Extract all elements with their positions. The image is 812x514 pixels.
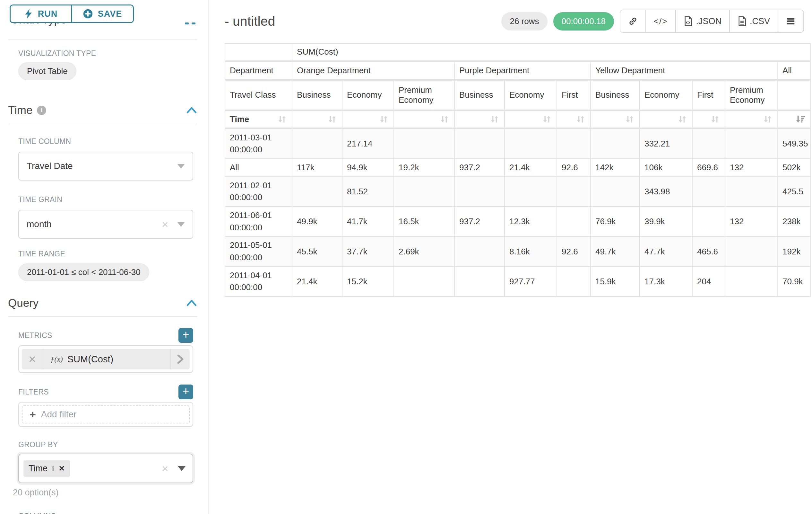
- link-icon: [628, 17, 638, 26]
- add-metric-button[interactable]: +: [178, 328, 193, 343]
- sort-icon[interactable]: [710, 114, 720, 124]
- query-section-title: Query: [8, 297, 38, 309]
- time-grain-select[interactable]: month ×: [18, 210, 193, 239]
- sort-icon[interactable]: [327, 114, 337, 124]
- time-range-label: TIME RANGE: [18, 250, 193, 258]
- sort-column[interactable]: [504, 110, 557, 128]
- class-header: Business: [590, 80, 640, 110]
- clear-icon[interactable]: ×: [162, 219, 168, 230]
- add-filter-plus-button[interactable]: +: [178, 384, 193, 399]
- chevron-right-icon[interactable]: [170, 349, 190, 370]
- table-row: 2011-05-0100:00:00 45.5k 37.7k 2.69k 8.1…: [225, 237, 810, 266]
- class-header: First: [692, 80, 725, 110]
- more-options-button[interactable]: [778, 10, 803, 32]
- sort-icon[interactable]: [542, 114, 552, 124]
- chart-title[interactable]: - untitled: [225, 14, 275, 29]
- pivot-cell: [455, 177, 504, 207]
- visualization-type-pill[interactable]: Pivot Table: [18, 62, 77, 80]
- sort-icon[interactable]: [762, 114, 773, 124]
- sort-descending-icon[interactable]: [795, 114, 806, 124]
- time-sort-header[interactable]: Time: [225, 110, 292, 128]
- pivot-cell: 343.98: [640, 177, 692, 207]
- run-button[interactable]: RUN: [10, 4, 72, 23]
- sort-column[interactable]: [557, 110, 590, 128]
- travel-class-dim-label: Travel Class: [225, 80, 292, 110]
- sort-icon[interactable]: [277, 114, 287, 124]
- pivot-cell: 669.6: [692, 159, 725, 177]
- pivot-cell: 39.9k: [640, 207, 692, 237]
- sort-column[interactable]: [640, 110, 692, 128]
- sort-column[interactable]: [725, 110, 778, 128]
- plus-icon: +: [30, 409, 36, 420]
- class-header: Economy: [342, 80, 394, 110]
- sort-icon[interactable]: [379, 114, 389, 124]
- corner-cell: [225, 44, 292, 61]
- chevron-up-icon[interactable]: [186, 299, 197, 307]
- clear-icon[interactable]: ×: [162, 463, 168, 474]
- metric-header: SUM(Cost): [292, 44, 810, 61]
- caret-down-icon[interactable]: [177, 222, 185, 227]
- save-button-label: SAVE: [98, 9, 122, 19]
- sort-icon[interactable]: [677, 114, 688, 124]
- time-column-select[interactable]: Travel Date: [18, 152, 193, 181]
- class-header: Business: [292, 80, 342, 110]
- pivot-cell: 41.7k: [342, 207, 394, 237]
- sort-column[interactable]: [590, 110, 640, 128]
- sort-icon[interactable]: [625, 114, 635, 124]
- save-button[interactable]: SAVE: [71, 4, 134, 23]
- share-link-button[interactable]: [620, 10, 645, 32]
- view-query-button[interactable]: </>: [645, 10, 675, 32]
- sort-column[interactable]: [394, 110, 455, 128]
- divider: [8, 39, 197, 40]
- add-filter-label: Add filter: [41, 409, 77, 420]
- sort-column[interactable]: [692, 110, 725, 128]
- group-by-select[interactable]: Time i ✕ ×: [18, 454, 193, 483]
- metric-pill[interactable]: ✕ ƒ(x) SUM(Cost): [22, 349, 190, 370]
- pivot-cell: 142k: [590, 159, 640, 177]
- metrics-box: ✕ ƒ(x) SUM(Cost): [18, 345, 193, 373]
- sort-column[interactable]: [455, 110, 504, 128]
- pivot-cell: 927.77: [504, 267, 557, 297]
- table-row: All 117k 94.9k 19.2k 937.2 21.4k 92.6 14…: [225, 159, 810, 177]
- sort-icon[interactable]: [576, 114, 586, 124]
- clipped-icon: [185, 23, 189, 24]
- sidebar-top: Chart Type RUN SAVE: [0, 0, 208, 39]
- caret-down-icon[interactable]: [177, 164, 185, 169]
- sort-column[interactable]: [342, 110, 394, 128]
- pivot-cell: 937.2: [455, 159, 504, 177]
- divider: [8, 124, 197, 124]
- pivot-cell: [557, 267, 590, 297]
- pivot-cell: [692, 128, 725, 159]
- pivot-cell: [455, 237, 504, 266]
- pivot-cell: 76.9k: [590, 207, 640, 237]
- pivot-cell: 94.9k: [342, 159, 394, 177]
- fx-icon: ƒ(x): [50, 355, 63, 364]
- pivot-cell: [590, 177, 640, 207]
- export-csv-button[interactable]: .CSV: [729, 10, 778, 32]
- pivot-cell: 132: [725, 207, 778, 237]
- chevron-up-icon[interactable]: [186, 106, 197, 114]
- sort-column-active[interactable]: [778, 110, 810, 128]
- caret-down-icon[interactable]: [178, 466, 185, 471]
- control-panel-sidebar: Chart Type RUN SAVE VISUALIZATION TYPE P…: [0, 0, 209, 514]
- remove-tag-icon[interactable]: ✕: [59, 464, 65, 473]
- time-column-label: TIME COLUMN: [18, 137, 193, 146]
- pivot-cell: 92.6: [557, 159, 590, 177]
- chart-header: - untitled 26 rows 00:00:00.18 </> .JSON…: [209, 0, 812, 33]
- time-range-pill[interactable]: 2011-01-01 ≤ col < 2011-06-30: [18, 264, 149, 281]
- sort-column[interactable]: [292, 110, 342, 128]
- visualization-type-label: VISUALIZATION TYPE: [18, 49, 193, 58]
- sort-icon[interactable]: [439, 114, 450, 124]
- info-icon[interactable]: i: [52, 464, 54, 473]
- sort-icon[interactable]: [489, 114, 500, 124]
- add-filter-button[interactable]: + Add filter: [22, 405, 190, 424]
- clipped-icon: [192, 23, 196, 24]
- remove-metric-icon[interactable]: ✕: [22, 349, 43, 370]
- pivot-cell: 45.5k: [292, 237, 342, 266]
- pivot-cell: 16.5k: [394, 207, 455, 237]
- table-row: 2011-04-0100:00:00 21.4k 15.2k 927.77 15…: [225, 267, 810, 297]
- time-section-header: Time i: [8, 104, 197, 117]
- pivot-cell: 937.2: [455, 207, 504, 237]
- info-icon[interactable]: i: [37, 106, 46, 115]
- export-json-button[interactable]: .JSON: [675, 10, 729, 32]
